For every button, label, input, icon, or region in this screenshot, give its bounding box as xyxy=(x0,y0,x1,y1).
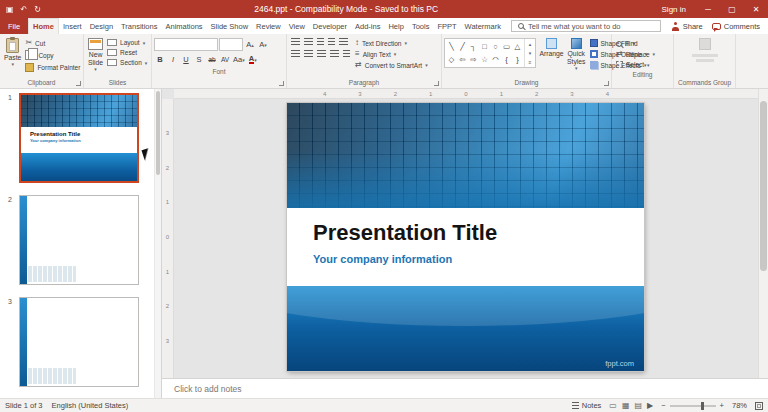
shape-line2-icon[interactable]: ╱ xyxy=(457,40,468,53)
shape-connector-icon[interactable]: ┐ xyxy=(468,40,479,53)
clipboard-dialog-launcher-icon[interactable] xyxy=(76,81,81,86)
text-direction-button[interactable]: ↕ Text Direction ▾ xyxy=(353,38,430,48)
tab-review[interactable]: Review xyxy=(252,18,285,34)
italic-button[interactable]: I xyxy=(167,53,179,66)
undo-icon[interactable]: ↶ xyxy=(21,5,28,14)
slide-sorter-view-button[interactable]: ▦ xyxy=(622,401,630,410)
slide-title-text[interactable]: Presentation Title xyxy=(313,220,644,246)
tab-watermark[interactable]: Watermark xyxy=(461,18,505,34)
tab-view[interactable]: View xyxy=(285,18,309,34)
columns-button[interactable] xyxy=(343,50,350,57)
font-size-select[interactable] xyxy=(219,38,243,51)
replace-button[interactable]: ⇄ Replace ▾ xyxy=(614,49,671,59)
select-button[interactable]: Select ▾ xyxy=(614,60,671,69)
justify-button[interactable] xyxy=(330,50,339,57)
slide-thumbnail-1[interactable]: Presentation Title Your company informat… xyxy=(19,93,139,183)
scroll-down-icon[interactable]: ▾ xyxy=(529,50,532,56)
shape-arrow-left-icon[interactable]: ⇦ xyxy=(457,53,468,66)
tab-home[interactable]: Home xyxy=(28,18,59,34)
save-icon[interactable]: ▣ xyxy=(6,5,14,14)
text-shadow-button[interactable]: S xyxy=(193,53,205,66)
close-button[interactable]: ✕ xyxy=(744,0,768,18)
redo-icon[interactable]: ↻ xyxy=(34,5,41,14)
tab-tools[interactable]: Tools xyxy=(408,18,434,34)
scroll-up-icon[interactable]: ▴ xyxy=(529,41,532,47)
canvas-scrollbar-thumb[interactable] xyxy=(760,101,767,271)
tab-file[interactable]: File xyxy=(0,18,28,34)
tab-animations[interactable]: Animations xyxy=(161,18,206,34)
shape-ellipse-icon[interactable]: ○ xyxy=(490,40,501,53)
zoom-slider-thumb[interactable] xyxy=(701,402,704,410)
slide-thumbnail-3[interactable] xyxy=(19,297,139,387)
bold-button[interactable]: B xyxy=(154,53,166,66)
addin-command-button[interactable] xyxy=(690,36,720,62)
tab-add-ins[interactable]: Add-ins xyxy=(351,18,384,34)
thumbnail-scrollbar-thumb[interactable] xyxy=(156,91,160,175)
drawing-dialog-launcher-icon[interactable] xyxy=(604,81,609,86)
fit-to-window-button[interactable] xyxy=(755,402,763,410)
copy-button[interactable]: Copy xyxy=(23,49,82,61)
tab-fppt[interactable]: FPPT xyxy=(433,18,460,34)
tab-developer[interactable]: Developer xyxy=(309,18,351,34)
numbering-button[interactable] xyxy=(304,38,313,45)
font-color-button[interactable]: A▾ xyxy=(247,53,259,66)
change-case-button[interactable]: Aa▾ xyxy=(232,53,246,66)
slide-show-button[interactable]: ▶ xyxy=(647,401,653,410)
sign-in-button[interactable]: Sign in xyxy=(652,5,696,14)
zoom-level[interactable]: 78% xyxy=(732,401,747,410)
shape-triangle-icon[interactable]: △ xyxy=(512,40,523,53)
language-indicator[interactable]: English (United States) xyxy=(52,401,129,410)
slide-subtitle-text[interactable]: Your company information xyxy=(313,253,644,265)
slide-editor[interactable]: Presentation Title Your company informat… xyxy=(287,103,644,371)
arrange-button[interactable]: Arrange xyxy=(538,36,565,58)
slide-thumbnail-2[interactable] xyxy=(19,195,139,285)
strikethrough-button[interactable]: ab xyxy=(206,53,218,66)
shape-star-icon[interactable]: ☆ xyxy=(479,53,490,66)
quick-styles-button[interactable]: Quick Styles ▾ xyxy=(565,36,588,71)
shape-rectangle-icon[interactable]: □ xyxy=(479,40,490,53)
thumbnail-scrollbar[interactable] xyxy=(154,89,161,398)
grow-font-button[interactable]: A▴ xyxy=(244,38,256,51)
more-shapes-icon[interactable]: ≡ xyxy=(529,59,532,65)
character-spacing-button[interactable]: AV xyxy=(219,53,231,66)
tab-insert[interactable]: Insert xyxy=(59,18,86,34)
underline-button[interactable]: U xyxy=(180,53,192,66)
tell-me-box[interactable]: Tell me what you want to do xyxy=(511,20,661,32)
shape-line-icon[interactable]: ╲ xyxy=(446,40,457,53)
shape-arrow-right-icon[interactable]: ⇨ xyxy=(468,53,479,66)
zoom-in-button[interactable]: + xyxy=(720,401,724,410)
bullets-button[interactable] xyxy=(291,38,300,45)
comments-button[interactable]: Comments xyxy=(712,22,760,31)
convert-to-smartart-button[interactable]: ⇄ Convert to SmartArt ▾ xyxy=(353,60,430,70)
tab-slide-show[interactable]: Slide Show xyxy=(207,18,253,34)
zoom-out-button[interactable]: − xyxy=(661,401,665,410)
zoom-slider[interactable] xyxy=(670,405,716,407)
tab-design[interactable]: Design xyxy=(86,18,117,34)
maximize-button[interactable]: ▢ xyxy=(720,0,744,18)
notes-pane[interactable]: Click to add notes xyxy=(162,378,768,398)
align-right-button[interactable] xyxy=(317,50,326,57)
section-button[interactable]: Section ▾ xyxy=(105,58,149,67)
paste-button[interactable]: Paste ▾ xyxy=(2,36,23,67)
layout-button[interactable]: Layout ▾ xyxy=(105,38,149,47)
shape-brace-right-icon[interactable]: } xyxy=(512,53,523,66)
font-name-select[interactable] xyxy=(154,38,218,51)
shapes-gallery-scroll[interactable]: ▴ ▾ ≡ xyxy=(524,39,535,67)
normal-view-button[interactable]: ▭ xyxy=(609,401,617,410)
new-slide-button[interactable]: New Slide ▾ xyxy=(86,36,105,72)
share-button[interactable]: Share xyxy=(671,22,703,31)
align-left-button[interactable] xyxy=(291,50,300,57)
decrease-indent-button[interactable] xyxy=(317,38,324,45)
minimize-button[interactable]: ─ xyxy=(696,0,720,18)
line-spacing-button[interactable] xyxy=(339,38,348,45)
align-text-button[interactable]: ≡ Align Text ▾ xyxy=(353,49,430,59)
format-painter-button[interactable]: Format Painter xyxy=(23,62,82,73)
reading-view-button[interactable]: ▤ xyxy=(634,401,642,410)
shape-arc-icon[interactable]: ◠ xyxy=(490,53,501,66)
shrink-font-button[interactable]: A▾ xyxy=(257,38,269,51)
tab-transitions[interactable]: Transitions xyxy=(117,18,161,34)
tab-help[interactable]: Help xyxy=(384,18,407,34)
notes-toggle-button[interactable]: Notes xyxy=(572,401,602,410)
align-center-button[interactable] xyxy=(304,50,313,57)
increase-indent-button[interactable] xyxy=(328,38,335,45)
